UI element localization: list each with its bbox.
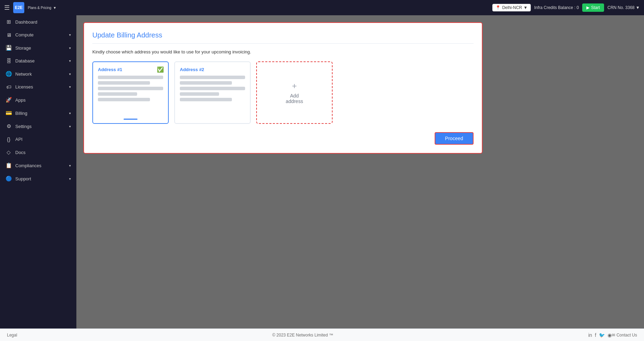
sidebar-item-storage[interactable]: 💾 Storage ▾ [0,41,76,54]
sidebar-label-compute: Compute [15,32,34,37]
sidebar-label-support: Support [15,176,31,181]
sidebar-label-licenses: Licenses [15,84,33,89]
hamburger-icon[interactable]: ☰ [4,4,10,11]
apps-icon: 🚀 [6,97,12,103]
sidebar-item-compute[interactable]: 🖥 Compute ▾ [0,28,76,41]
proceed-button[interactable]: Proceed [435,132,474,145]
address-1-check-icon: ✅ [157,66,164,73]
region-chevron: ▼ [524,5,528,10]
start-label: Start [591,5,600,10]
network-chevron: ▾ [69,72,71,76]
sidebar-label-settings: Settings [15,124,32,129]
credits-balance: Infra Credits Balance : 0 [534,5,579,10]
settings-icon: ⚙ [6,123,12,129]
sidebar-label-api: API [15,137,23,142]
support-icon: 🔵 [6,176,12,182]
sidebar-label-compliances: Compliances [15,163,41,168]
address-card-2[interactable]: Address #2 [174,61,251,124]
docs-icon: ◇ [6,149,12,155]
address-2-title: Address #2 [180,67,245,72]
sidebar-item-api[interactable]: {} API [0,133,76,146]
location-icon: 📍 [495,5,501,10]
footer-contact[interactable]: ✉ Contact Us [612,333,637,338]
region-label: Delhi-NCR [502,5,522,10]
address-2-line-1 [180,76,245,79]
address-card-1[interactable]: Address #1 ✅ [92,61,169,124]
start-button[interactable]: ▶ Start [582,3,604,12]
address-1-line-2 [98,81,150,85]
footer-legal[interactable]: Legal [7,333,17,338]
header: ☰ E2E Plans & Pricing ▼ 📍 Delhi-NCR ▼ In… [0,0,644,15]
billing-modal: Update Billing Address Kindly choose whi… [83,22,483,154]
address-1-line-5 [98,98,150,101]
sidebar-item-compliances[interactable]: 📋 Compliances ▾ [0,159,76,172]
footer-copyright: © 2023 E2E Networks Limited ™ [17,333,588,338]
dashboard-icon: ⊞ [6,19,12,25]
settings-chevron: ▾ [69,125,71,128]
start-icon: ▶ [586,5,589,10]
billing-modal-title: Update Billing Address [92,31,474,39]
storage-chevron: ▾ [69,46,71,50]
main-content: Update Billing Address Kindly choose whi… [76,15,644,329]
sidebar-label-network: Network [15,71,32,77]
billing-modal-subtitle: Kindly choose which address you would li… [92,49,474,54]
plans-pricing-label: Plans & Pricing [28,6,51,10]
address-1-title: Address #1 [98,67,163,72]
billing-chevron: ▾ [69,111,71,115]
support-chevron: ▾ [69,177,71,181]
sidebar: ⊞ Dashboard 🖥 Compute ▾ 💾 Storage ▾ 🗄 Da… [0,15,76,329]
storage-icon: 💾 [6,45,12,51]
licenses-chevron: ▾ [69,85,71,89]
facebook-icon[interactable]: f [595,332,596,338]
api-icon: {} [6,136,12,142]
database-icon: 🗄 [6,58,12,64]
compute-icon: 🖥 [6,32,12,38]
address-cards-container: Address #1 ✅ Address #2 [92,61,474,124]
sidebar-label-dashboard: Dashboard [15,19,37,25]
add-address-label: Addaddress [286,93,303,104]
network-icon: 🌐 [6,71,12,77]
sidebar-item-billing[interactable]: 💳 Billing ▾ [0,106,76,120]
address-2-line-3 [180,87,245,90]
add-address-card[interactable]: + Addaddress [256,61,333,124]
logo: E2E [13,2,24,13]
crn-number[interactable]: CRN No. 3368 ▼ [608,5,640,10]
rss-icon[interactable]: ◉ [608,332,612,338]
address-2-line-4 [180,92,219,96]
compliances-icon: 📋 [6,162,12,169]
database-chevron: ▾ [69,59,71,63]
address-1-indicator [124,119,137,120]
proceed-row: Proceed [92,132,474,145]
sidebar-label-database: Database [15,58,35,63]
footer: Legal © 2023 E2E Networks Limited ™ in f… [0,329,644,341]
address-1-line-1 [98,76,163,79]
sidebar-item-network[interactable]: 🌐 Network ▾ [0,67,76,80]
sidebar-item-database[interactable]: 🗄 Database ▾ [0,54,76,67]
sidebar-item-dashboard[interactable]: ⊞ Dashboard [0,15,76,28]
compliances-chevron: ▾ [69,164,71,168]
sidebar-item-docs[interactable]: ◇ Docs [0,146,76,159]
region-selector[interactable]: 📍 Delhi-NCR ▼ [492,4,530,11]
licenses-icon: 🏷 [6,84,12,90]
address-1-line-3 [98,87,163,90]
billing-icon: 💳 [6,110,12,116]
plans-pricing-title[interactable]: Plans & Pricing ▼ [28,6,57,10]
sidebar-label-docs: Docs [15,150,26,155]
footer-social-icons: in f 🐦 ◉ [588,332,612,338]
address-2-line-5 [180,98,232,101]
main-layout: ⊞ Dashboard 🖥 Compute ▾ 💾 Storage ▾ 🗄 Da… [0,15,644,329]
address-1-line-4 [98,92,137,96]
sidebar-item-licenses[interactable]: 🏷 Licenses ▾ [0,80,76,93]
address-2-line-2 [180,81,232,85]
contact-icon: ✉ [612,333,615,338]
compute-chevron: ▾ [69,33,71,37]
sidebar-item-settings[interactable]: ⚙ Settings ▾ [0,120,76,133]
plans-pricing-chevron: ▼ [53,6,57,10]
linkedin-icon[interactable]: in [588,332,592,338]
sidebar-item-support[interactable]: 🔵 Support ▾ [0,172,76,185]
sidebar-label-billing: Billing [15,111,27,116]
sidebar-label-apps: Apps [15,97,26,103]
sidebar-label-storage: Storage [15,45,31,51]
sidebar-item-apps[interactable]: 🚀 Apps [0,93,76,106]
twitter-icon[interactable]: 🐦 [599,332,605,338]
